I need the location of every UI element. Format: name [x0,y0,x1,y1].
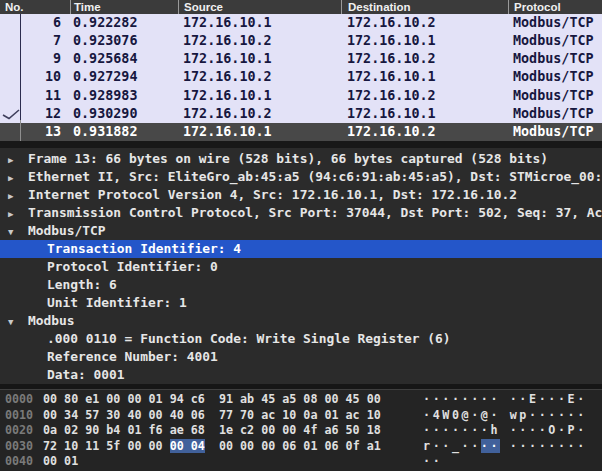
expand-collapsed-icon[interactable]: ▶ [8,187,28,205]
detail-text: Transmission Control Protocol, Src Port:… [28,205,602,220]
expand-expanded-icon[interactable]: ▼ [8,313,28,331]
column-header-no[interactable]: No. [0,0,70,14]
cell-protocol: Modbus/TCP [508,32,602,50]
packet-list-rows: 60.922282172.16.10.1172.16.10.2Modbus/TC… [0,14,602,141]
packet-list-pane: No.TimeSourceDestinationProtocol 60.9222… [0,0,602,141]
hex-ascii: ·4W0@·@· wp······ [423,408,587,424]
detail-text: Frame 13: 66 bytes on wire (528 bits), 6… [28,151,548,166]
cell-protocol: Modbus/TCP [508,105,602,123]
detail-row[interactable]: .000 0110 = Function Code: Write Single … [0,330,602,348]
packet-list-header: No.TimeSourceDestinationProtocol [0,0,602,14]
detail-text: .000 0110 = Function Code: Write Single … [47,331,451,346]
column-header-source[interactable]: Source [178,0,341,14]
detail-row[interactable]: ▶Frame 13: 66 bytes on wire (528 bits), … [0,150,602,168]
hex-ascii: r··_···· ········ [423,439,587,455]
hex-row[interactable]: 001000 34 57 30 40 00 40 06 77 70 ac 10 … [0,408,602,424]
packet-row[interactable]: 120.930290172.16.10.2172.16.10.1Modbus/T… [0,105,602,123]
column-header-destination[interactable]: Destination [341,0,508,14]
hex-bytes-selected: 00 04 [170,439,205,453]
expand-collapsed-icon[interactable]: ▶ [8,151,28,169]
packet-row[interactable]: 60.922282172.16.10.1172.16.10.2Modbus/TC… [0,14,602,32]
hex-bytes-seg: 00 34 57 30 40 00 40 06 77 70 ac 10 0a 0… [43,408,381,422]
detail-row[interactable]: ▶Internet Protocol Version 4, Src: 172.1… [0,186,602,204]
cell-no: 9 [0,50,70,68]
detail-row[interactable]: Length: 6 [0,276,602,294]
cell-protocol: Modbus/TCP [508,68,602,86]
cell-destination: 172.16.10.2 [341,14,508,32]
hex-bytes: 00 34 57 30 40 00 40 06 77 70 ac 10 0a 0… [43,408,423,424]
detail-text: Unit Identifier: 1 [47,295,187,310]
hex-bytes-seg: 00 00 00 06 01 06 0f a1 [205,439,381,453]
hex-bytes-seg: 72 10 11 5f 00 00 [43,439,170,453]
detail-text: Modbus [28,313,75,328]
hex-ascii-seg: ········ ··E···E· [423,392,587,406]
hex-bytes-seg: 0a 02 90 b4 01 f6 ae 68 1e c2 00 00 4f a… [43,423,381,437]
detail-row[interactable]: Protocol Identifier: 0 [0,258,602,276]
hex-dump-pane: 000000 80 e1 00 00 01 94 c6 91 ab 45 a5 … [0,390,602,471]
packet-row[interactable]: 70.923076172.16.10.2172.16.10.1Modbus/TC… [0,32,602,50]
hex-bytes: 00 01 [43,454,423,470]
packet-details-pane: ▶Frame 13: 66 bytes on wire (528 bits), … [0,148,602,384]
packet-row[interactable]: 130.931882172.16.10.1172.16.10.2Modbus/T… [0,123,602,141]
cell-time: 0.922282 [70,14,178,32]
related-packets-line-selected [20,120,22,141]
detail-row[interactable]: ▶Ethernet II, Src: EliteGro_ab:45:a5 (94… [0,168,602,186]
packet-row[interactable]: 90.925684172.16.10.1172.16.10.2Modbus/TC… [0,50,602,68]
expand-collapsed-icon[interactable]: ▶ [8,205,28,223]
detail-text: Transaction Identifier: 4 [47,241,241,256]
hex-ascii-seg: ·· [423,454,442,468]
cell-destination: 172.16.10.1 [341,68,508,86]
detail-row[interactable]: Data: 0001 [0,366,602,384]
hex-row[interactable]: 004000 01·· [0,454,602,470]
hex-ascii-seg: ········ [500,439,587,453]
detail-row[interactable]: Unit Identifier: 1 [0,294,602,312]
cell-source: 172.16.10.2 [178,32,341,50]
hex-ascii-seg: ·······h ····O·P· [423,423,587,437]
detail-row[interactable]: ▼Modbus/TCP [0,222,602,240]
hex-offset: 0000 [0,392,43,408]
hex-offset: 0040 [0,454,43,470]
expand-expanded-icon[interactable]: ▼ [8,223,28,241]
cell-source: 172.16.10.1 [178,14,341,32]
detail-row[interactable]: ▶Transmission Control Protocol, Src Port… [0,204,602,222]
check-mark-icon [1,107,21,121]
packet-row[interactable]: 100.927294172.16.10.2172.16.10.1Modbus/T… [0,68,602,86]
hex-offset: 0010 [0,408,43,424]
wireshark-window: No.TimeSourceDestinationProtocol 60.9222… [0,0,602,471]
hex-offset: 0030 [0,439,43,455]
cell-protocol: Modbus/TCP [508,87,602,105]
hex-ascii: ········ ··E···E· [423,392,587,408]
column-header-time[interactable]: Time [70,0,178,14]
pane-divider[interactable] [0,141,602,148]
cell-no: 10 [0,68,70,86]
detail-row[interactable]: Transaction Identifier: 4 [0,240,602,258]
hex-bytes-seg: 00 80 e1 00 00 01 94 c6 91 ab 45 a5 08 0… [43,392,381,406]
detail-text: Data: 0001 [47,367,125,382]
hex-bytes: 0a 02 90 b4 01 f6 ae 68 1e c2 00 00 4f a… [43,423,423,439]
hex-bytes: 72 10 11 5f 00 00 00 04 00 00 00 06 01 0… [43,439,423,455]
detail-text: Internet Protocol Version 4, Src: 172.16… [28,187,517,202]
detail-text: Protocol Identifier: 0 [47,259,218,274]
cell-destination: 172.16.10.2 [341,123,508,141]
hex-bytes-seg: 00 01 [43,454,78,468]
expand-collapsed-icon[interactable]: ▶ [8,169,28,187]
cell-source: 172.16.10.1 [178,50,341,68]
detail-row[interactable]: ▼Modbus [0,312,602,330]
cell-time: 0.925684 [70,50,178,68]
packet-row[interactable]: 110.928983172.16.10.1172.16.10.2Modbus/T… [0,87,602,105]
related-packets-line [20,14,22,120]
cell-time: 0.927294 [70,68,178,86]
hex-row[interactable]: 003072 10 11 5f 00 00 00 04 00 00 00 06 … [0,439,602,455]
cell-source: 172.16.10.1 [178,123,341,141]
hex-row[interactable]: 00200a 02 90 b4 01 f6 ae 68 1e c2 00 00 … [0,423,602,439]
detail-row[interactable]: Reference Number: 4001 [0,348,602,366]
cell-source: 172.16.10.1 [178,87,341,105]
column-header-protocol[interactable]: Protocol [508,0,602,14]
cell-no: 11 [0,87,70,105]
hex-offset: 0020 [0,423,43,439]
hex-row[interactable]: 000000 80 e1 00 00 01 94 c6 91 ab 45 a5 … [0,392,602,408]
cell-destination: 172.16.10.2 [341,50,508,68]
hex-ascii-seg: ·4W0@·@· wp······ [423,408,587,422]
cell-destination: 172.16.10.1 [341,32,508,50]
detail-text: Ethernet II, Src: EliteGro_ab:45:a5 (94:… [28,169,602,184]
